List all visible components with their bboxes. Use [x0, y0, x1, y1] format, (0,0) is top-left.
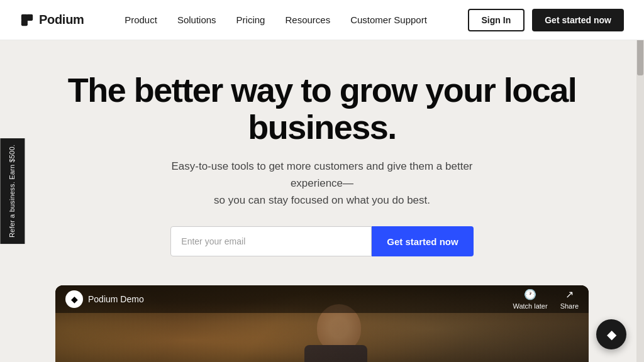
video-section[interactable]: ◆ Podium Demo 🕐 Watch later ↗ Share — [55, 285, 589, 362]
share-label: Share — [560, 302, 579, 310]
nav-item-solutions[interactable]: Solutions — [177, 14, 216, 25]
nav-item-resources[interactable]: Resources — [285, 14, 330, 25]
share-icon: ↗ — [565, 288, 574, 300]
hero-subtitle-line1: Easy-to-use tools to get more customers … — [171, 160, 472, 189]
email-form: Get started now — [165, 226, 479, 256]
video-top-actions: 🕐 Watch later ↗ Share — [513, 288, 579, 310]
main-nav: Product Solutions Pricing Resources Cust… — [125, 14, 427, 25]
sign-in-button[interactable]: Sign In — [468, 9, 525, 31]
header: Podium Product Solutions Pricing Resourc… — [0, 0, 644, 40]
watch-later-icon: 🕐 — [524, 288, 536, 300]
video-logo-circle: ◆ — [65, 290, 83, 308]
sidebar-referral-tab[interactable]: Refer a business. Earn $500. — [0, 138, 25, 244]
video-podium-icon: ◆ — [71, 294, 78, 304]
hero-section: The better way to grow your local busine… — [0, 40, 644, 275]
podium-logo-icon — [20, 13, 34, 27]
logo[interactable]: Podium — [20, 13, 84, 27]
nav-item-pricing[interactable]: Pricing — [236, 14, 265, 25]
svg-rect-1 — [21, 19, 28, 26]
hero-subtitle-line2: so you can stay focused on what you do b… — [214, 194, 430, 206]
chat-bubble-icon: ◆ — [607, 327, 616, 342]
video-title: Podium Demo — [88, 294, 144, 304]
get-started-header-button[interactable]: Get started now — [532, 9, 624, 31]
watch-later-label: Watch later — [513, 302, 547, 310]
get-started-hero-button[interactable]: Get started now — [372, 226, 473, 256]
nav-item-customer-support[interactable]: Customer Support — [350, 14, 427, 25]
sidebar-referral-label: Refer a business. Earn $500. — [0, 138, 25, 244]
hero-subtitle: Easy-to-use tools to get more customers … — [158, 158, 486, 209]
scrollbar[interactable] — [636, 0, 644, 362]
watch-later-button[interactable]: 🕐 Watch later — [513, 288, 547, 310]
video-logo-area: ◆ Podium Demo — [65, 290, 144, 308]
email-input[interactable] — [170, 226, 372, 256]
nav-item-product[interactable]: Product — [125, 14, 157, 25]
chat-bubble-button[interactable]: ◆ — [596, 319, 626, 349]
header-actions: Sign In Get started now — [468, 9, 624, 31]
share-button[interactable]: ↗ Share — [560, 288, 579, 310]
logo-text: Podium — [39, 13, 84, 27]
video-top-bar: ◆ Podium Demo 🕐 Watch later ↗ Share — [55, 285, 589, 313]
svg-rect-2 — [26, 14, 33, 20]
hero-title: The better way to grow your local busine… — [52, 72, 592, 146]
